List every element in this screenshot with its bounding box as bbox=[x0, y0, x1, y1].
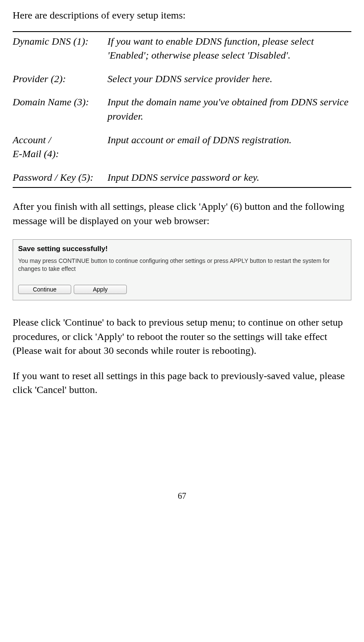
dialog-body-text: You may press CONTINUE button to continu… bbox=[18, 257, 346, 273]
def-desc: Input the domain name you've obtained fr… bbox=[107, 95, 351, 123]
def-term: Account / E-Mail (4): bbox=[13, 133, 107, 161]
def-term: Dynamic DNS (1): bbox=[13, 35, 107, 63]
cancel-explain-text: If you want to reset all settings in thi… bbox=[13, 369, 351, 397]
after-apply-text: After you finish with all settings, plea… bbox=[13, 200, 351, 228]
def-desc: Input account or email of DDNS registrat… bbox=[107, 133, 351, 161]
def-term: Password / Key (5): bbox=[13, 171, 107, 185]
def-row-account-email: Account / E-Mail (4): Input account or e… bbox=[13, 133, 351, 161]
def-row-dynamic-dns: Dynamic DNS (1): If you want to enable D… bbox=[13, 35, 351, 63]
def-desc: Input DDNS service password or key. bbox=[107, 171, 351, 185]
intro-text: Here are descriptions of every setup ite… bbox=[13, 8, 351, 23]
continue-button[interactable]: Continue bbox=[18, 285, 71, 294]
screenshot-dialog: Save setting successfully! You may press… bbox=[13, 239, 351, 301]
def-row-domain-name: Domain Name (3): Input the domain name y… bbox=[13, 95, 351, 123]
def-desc: If you want to enable DDNS function, ple… bbox=[107, 35, 351, 63]
dialog-title: Save setting successfully! bbox=[18, 244, 346, 254]
definitions-table: Dynamic DNS (1): If you want to enable D… bbox=[13, 31, 351, 188]
page-number: 67 bbox=[13, 490, 351, 502]
def-row-provider: Provider (2): Select your DDNS service p… bbox=[13, 72, 351, 86]
def-desc: Select your DDNS service provider here. bbox=[107, 72, 351, 86]
apply-button[interactable]: Apply bbox=[74, 285, 127, 294]
def-term: Provider (2): bbox=[13, 72, 107, 86]
dialog-button-row: Continue Apply bbox=[18, 285, 346, 294]
def-term: Domain Name (3): bbox=[13, 95, 107, 123]
def-row-password-key: Password / Key (5): Input DDNS service p… bbox=[13, 171, 351, 185]
continue-explain-text: Please click 'Continue' to back to previ… bbox=[13, 316, 351, 358]
